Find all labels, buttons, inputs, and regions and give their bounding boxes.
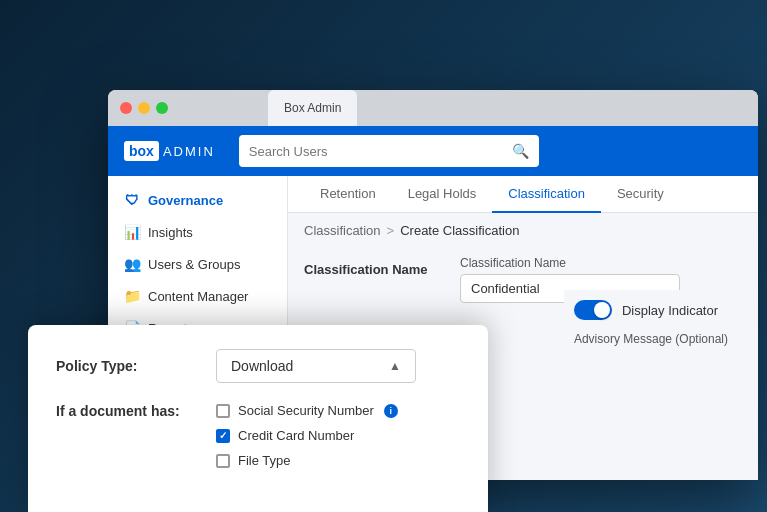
policy-type-value: Download [231, 358, 293, 374]
tab-retention[interactable]: Retention [304, 176, 392, 213]
app-header: box ADMIN 🔍 [108, 126, 758, 176]
sidebar-label-content: Content Manager [148, 289, 248, 304]
breadcrumb-separator: > [387, 223, 395, 238]
breadcrumb: Classification > Create Classification [288, 213, 758, 248]
logo-box-text: box [124, 141, 159, 161]
right-panel: Display Indicator Advisory Message (Opti… [564, 290, 738, 356]
policy-type-row: Policy Type: Download ▲ [56, 349, 460, 383]
checkbox-item-ccn[interactable]: Credit Card Number [216, 428, 398, 443]
breadcrumb-current: Create Classification [400, 223, 519, 238]
checkbox-list: Social Security Number i Credit Card Num… [216, 403, 398, 468]
sidebar-label-governance: Governance [148, 193, 223, 208]
sidebar-item-users-groups[interactable]: 👥 Users & Groups [108, 248, 287, 280]
traffic-light-yellow[interactable] [138, 102, 150, 114]
display-indicator-toggle[interactable] [574, 300, 612, 320]
sidebar-item-content-manager[interactable]: 📁 Content Manager [108, 280, 287, 312]
field-label: Classification Name [460, 256, 742, 270]
traffic-light-green[interactable] [156, 102, 168, 114]
search-input[interactable] [249, 144, 504, 159]
tab-legal-holds[interactable]: Legal Holds [392, 176, 493, 213]
document-condition-row: If a document has: Social Security Numbe… [56, 403, 460, 468]
checkbox-ssn[interactable] [216, 404, 230, 418]
checkbox-file-type-label: File Type [238, 453, 291, 468]
modal-card: Policy Type: Download ▲ If a document ha… [28, 325, 488, 512]
policy-type-label: Policy Type: [56, 358, 216, 374]
box-logo: box ADMIN [124, 141, 215, 161]
checkbox-ccn[interactable] [216, 429, 230, 443]
policy-type-select[interactable]: Download ▲ [216, 349, 416, 383]
sidebar-label-users: Users & Groups [148, 257, 240, 272]
search-bar[interactable]: 🔍 [239, 135, 539, 167]
checkbox-ssn-label: Social Security Number [238, 403, 374, 418]
if-document-label: If a document has: [56, 403, 216, 419]
checkbox-item-file-type[interactable]: File Type [216, 453, 398, 468]
tab-classification[interactable]: Classification [492, 176, 601, 213]
checkbox-item-ssn[interactable]: Social Security Number i [216, 403, 398, 418]
nav-tabs: Retention Legal Holds Classification Sec… [288, 176, 758, 213]
tab-security[interactable]: Security [601, 176, 680, 213]
breadcrumb-parent[interactable]: Classification [304, 223, 381, 238]
browser-chrome: Box Admin [108, 90, 758, 126]
sidebar-item-governance[interactable]: 🛡 Governance [108, 184, 287, 216]
browser-tab[interactable]: Box Admin [268, 90, 357, 126]
advisory-label: Advisory Message (Optional) [574, 332, 728, 346]
insights-icon: 📊 [124, 224, 140, 240]
checkbox-ccn-label: Credit Card Number [238, 428, 354, 443]
sidebar-item-insights[interactable]: 📊 Insights [108, 216, 287, 248]
chevron-down-icon: ▲ [389, 359, 401, 373]
sidebar-label-insights: Insights [148, 225, 193, 240]
logo-admin-text: ADMIN [163, 144, 215, 159]
classification-name-label: Classification Name [304, 256, 444, 277]
toggle-label: Display Indicator [622, 303, 718, 318]
users-icon: 👥 [124, 256, 140, 272]
traffic-light-red[interactable] [120, 102, 132, 114]
display-indicator-row: Display Indicator [574, 300, 728, 320]
governance-icon: 🛡 [124, 192, 140, 208]
info-icon-ssn: i [384, 404, 398, 418]
toggle-knob [594, 302, 610, 318]
content-icon: 📁 [124, 288, 140, 304]
search-icon: 🔍 [512, 143, 529, 159]
checkbox-file-type[interactable] [216, 454, 230, 468]
